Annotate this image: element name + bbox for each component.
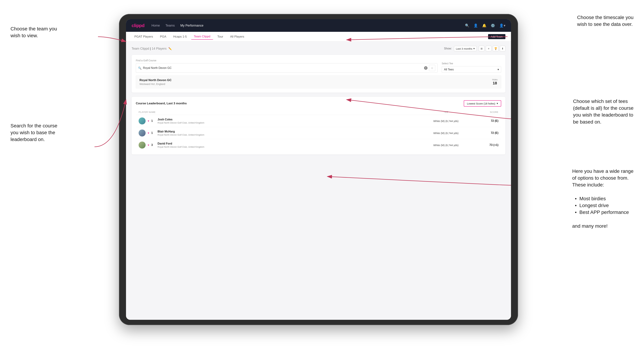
users-icon[interactable]: 👤 — [474, 23, 478, 28]
tee-column-header: TEE — [422, 111, 470, 113]
table-row: ♥ 1 Blair McHarg Royal North Devon Golf … — [136, 127, 501, 139]
main-content: Team Clippd | 14 Players ✏️ Show: Last 3… — [126, 42, 511, 320]
time-range-dropdown[interactable]: Last 3 months ▾ — [454, 46, 477, 51]
course-search-wrap: 🔍 ✕ ☆ — [136, 63, 438, 73]
profile-icon[interactable]: 👤▾ — [499, 23, 506, 28]
table-row: ♥ 1 Josh Coles Royal North Devon Golf Cl… — [136, 115, 501, 127]
player-rank: 1 — [151, 131, 156, 135]
subnav-hcaps[interactable]: Hcaps 1-5 — [170, 34, 190, 39]
player-name: Blair McHarg — [158, 130, 204, 133]
tee-select-group: Select Tee All Tees ▾ — [442, 62, 501, 73]
score-value: 72 (E) — [470, 119, 498, 123]
player-name: David Ford — [158, 142, 204, 145]
score-value: 72 (E) — [470, 131, 498, 135]
tee-select-dropdown[interactable]: All Tees ▾ — [442, 66, 501, 73]
subnav-all-players[interactable]: All Players — [227, 34, 247, 39]
holes-label: Holes — [492, 78, 498, 81]
player-club: Royal North Devon Golf Club, United King… — [158, 146, 204, 148]
player-column-header: PLAYER NAME — [138, 111, 422, 113]
player-info: Blair McHarg Royal North Devon Golf Club… — [158, 130, 204, 136]
player-col: ♥ 1 Josh Coles Royal North Devon Golf Cl… — [138, 117, 422, 124]
nav-home[interactable]: Home — [152, 24, 160, 27]
search-icon-inner: 🔍 — [138, 66, 142, 70]
list-view-button[interactable]: ≡ — [486, 46, 492, 51]
heart-icon[interactable]: ♥ — [148, 120, 149, 122]
leaderboard-header: Course Leaderboard, Last 3 months Lowest… — [136, 100, 501, 107]
heart-icon[interactable]: ♥ — [148, 144, 149, 147]
grid-view-button[interactable]: ⊞ — [479, 46, 484, 51]
nav-bar: clippd Home Teams My Performance 🔍 👤 🔔 ⚙… — [126, 19, 511, 32]
chevron-down-icon: ▾ — [473, 47, 475, 50]
leaderboard-card: Course Leaderboard, Last 3 months Lowest… — [132, 97, 506, 155]
subnav-tour[interactable]: Tour — [214, 34, 226, 39]
download-button[interactable]: ⬇ — [500, 46, 506, 51]
avatar — [138, 117, 146, 124]
heart-icon[interactable]: ♥ — [148, 132, 149, 134]
annotation-bottom-left: Search for the courseyou wish to base th… — [10, 122, 58, 143]
trophy-view-button[interactable]: 🏆 — [493, 46, 498, 51]
bell-icon[interactable]: 🔔 — [482, 23, 486, 28]
app-logo: clippd — [132, 23, 144, 28]
edit-icon[interactable]: ✏️ — [168, 47, 172, 50]
course-search-input[interactable] — [143, 66, 422, 70]
player-rank: 3 — [151, 144, 156, 147]
holes-number: 18 — [492, 81, 498, 85]
course-search-group: Find a Golf Course 🔍 ✕ ☆ — [136, 59, 438, 73]
view-icons: ⊞ ≡ 🏆 ⬇ — [479, 46, 506, 51]
team-header: Team Clippd | 14 Players ✏️ Show: Last 3… — [132, 46, 506, 51]
search-row: Find a Golf Course 🔍 ✕ ☆ Select Tee All … — [136, 59, 501, 73]
leaderboard-title: Course Leaderboard, Last 3 months — [136, 102, 187, 105]
player-rank: 1 — [151, 119, 156, 123]
table-row: ♥ 3 David Ford Royal North Devon Golf Cl… — [136, 139, 501, 151]
sub-nav: PGAT Players PGA Hcaps 1-5 Team Clippd T… — [126, 32, 511, 42]
chevron-down-icon: ▾ — [497, 102, 498, 105]
player-club: Royal North Devon Golf Club, United King… — [158, 134, 204, 136]
leaderboard-filter-button[interactable]: Lowest Score (18 holes) ▾ — [464, 100, 501, 107]
player-info: David Ford Royal North Devon Golf Club, … — [158, 142, 204, 148]
tablet-screen: clippd Home Teams My Performance 🔍 👤 🔔 ⚙… — [126, 19, 511, 320]
score-value: 73 (+1) — [470, 144, 498, 147]
nav-my-performance[interactable]: My Performance — [180, 24, 204, 27]
player-col: ♥ 1 Blair McHarg Royal North Devon Golf … — [138, 130, 422, 137]
annotation-right-middle: Choose which set of tees(default is all)… — [573, 98, 634, 125]
find-course-label: Find a Golf Course — [136, 59, 438, 62]
select-tee-label: Select Tee — [442, 62, 501, 65]
course-info: Royal North Devon GC Westward Ho!, Engla… — [140, 78, 172, 85]
avatar — [138, 130, 146, 137]
tee-value: White (M) (6,744 yds) — [422, 132, 470, 135]
annotation-top-right: Choose the timescale youwish to see the … — [577, 14, 634, 28]
tee-value: White (M) (6,744 yds) — [422, 144, 470, 147]
annotation-top-left: Choose the team youwish to view. — [10, 25, 57, 39]
tablet-frame: clippd Home Teams My Performance 🔍 👤 🔔 ⚙… — [119, 14, 518, 325]
search-card: Find a Golf Course 🔍 ✕ ☆ Select Tee All … — [132, 55, 506, 93]
score-column-header: SCORE — [470, 111, 498, 113]
subnav-pga[interactable]: PGA — [157, 34, 169, 39]
course-name: Royal North Devon GC — [140, 78, 172, 82]
player-name: Josh Coles — [158, 118, 204, 121]
show-controls: Show: Last 3 months ▾ ⊞ ≡ 🏆 ⬇ — [444, 46, 506, 51]
tee-value: White (M) (6,744 yds) — [422, 120, 470, 123]
add-team-button[interactable]: Add Team — [488, 34, 506, 39]
nav-teams[interactable]: Teams — [166, 24, 175, 27]
holes-box: Holes 18 — [492, 78, 498, 85]
annotation-right-bottom: Here you have a wide rangeof options to … — [572, 168, 634, 229]
filter-label: Lowest Score (18 holes) — [467, 102, 495, 105]
player-col: ♥ 3 David Ford Royal North Devon Golf Cl… — [138, 142, 422, 149]
course-result[interactable]: Royal North Devon GC Westward Ho!, Engla… — [136, 75, 501, 88]
leaderboard-table-header: PLAYER NAME TEE SCORE — [136, 109, 501, 115]
subnav-pgat[interactable]: PGAT Players — [132, 34, 156, 39]
player-club: Royal North Devon Golf Club, United King… — [158, 121, 204, 124]
clear-search-button[interactable]: ✕ — [424, 66, 428, 70]
avatar — [138, 142, 146, 149]
subnav-team-clippd[interactable]: Team Clippd — [191, 34, 213, 40]
nav-links: Home Teams My Performance — [152, 24, 204, 27]
chevron-down-icon: ▾ — [498, 68, 499, 71]
favorite-button[interactable]: ☆ — [429, 65, 435, 71]
nav-right: 🔍 👤 🔔 ⚙️ 👤▾ — [465, 23, 506, 28]
course-location: Westward Ho!, England — [140, 83, 172, 85]
team-title: Team Clippd | 14 Players — [132, 47, 166, 50]
player-info: Josh Coles Royal North Devon Golf Club, … — [158, 118, 204, 124]
show-label: Show: — [444, 47, 452, 50]
search-icon[interactable]: 🔍 — [465, 23, 469, 28]
settings-icon[interactable]: ⚙️ — [491, 23, 495, 28]
